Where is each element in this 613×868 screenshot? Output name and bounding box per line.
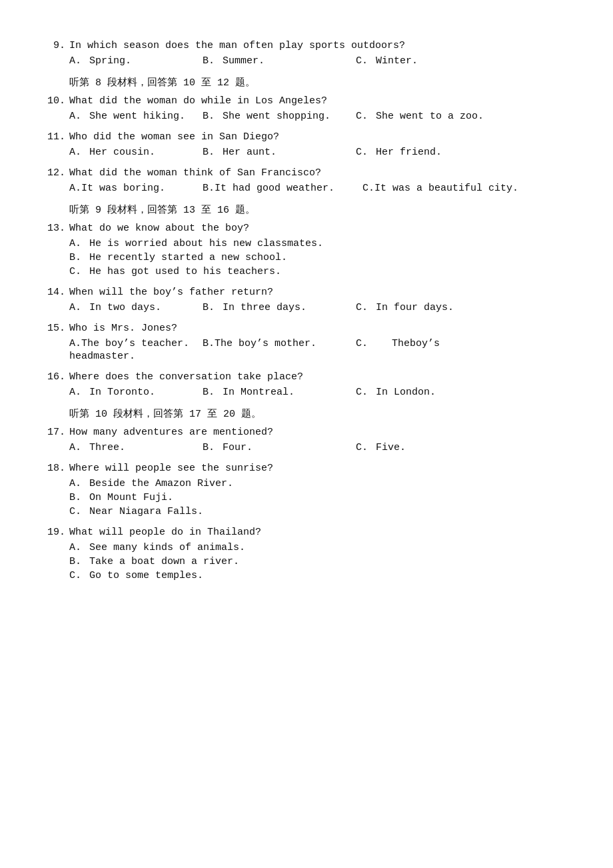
option-label: B. [69, 492, 89, 503]
options-line1: A. The boy’s teacher.B.The boy’s mother.… [69, 338, 573, 349]
option-label: B. [203, 338, 215, 349]
option-item: A. In two days. [69, 302, 203, 313]
options-row: A. She went hiking.B. She went shopping.… [47, 111, 573, 122]
question-block: 13.What do we know about the boy?A. He i… [47, 223, 573, 277]
question-line: 9.In which season does the man often pla… [47, 40, 573, 51]
question-text: Where does the conversation take place? [69, 371, 573, 383]
option-item: A. Three. [69, 442, 203, 453]
option-item: A. Spring. [69, 55, 203, 67]
option-text: It was boring. [81, 183, 165, 194]
option-text: See many kinds of animals. [89, 542, 573, 553]
option-item: C. In four days. [356, 302, 573, 313]
question-text: What did the woman do while in Los Angel… [69, 95, 573, 107]
option-text: He has got used to his teachers. [89, 266, 573, 277]
option-text: Summer. [223, 55, 265, 67]
option-text: In four days. [376, 302, 454, 313]
option-text: Beside the Amazon River. [89, 478, 573, 489]
option-text: The boy’s teacher. [81, 338, 189, 349]
option-text: It had good weather. [215, 183, 334, 194]
option-line: A. See many kinds of animals. [69, 542, 573, 553]
option-text-boys: boy’s [410, 338, 440, 349]
option-item: C. Winter. [356, 55, 573, 67]
question-line: 13.What do we know about the boy? [47, 223, 573, 234]
question-line: 18.Where will people see the sunrise? [47, 463, 573, 474]
question-text: What did the woman think of San Francisc… [69, 167, 573, 179]
option-item: A. She went hiking. [69, 111, 203, 122]
option-label: A. [69, 111, 89, 122]
question-block: 16.Where does the conversation take plac… [47, 371, 573, 398]
question-text: Who is Mrs. Jones? [69, 323, 573, 334]
question-line: 14.When will the boy’s father return? [47, 287, 573, 298]
option-text: Spring. [89, 55, 131, 67]
option-text: She went to a zoo. [376, 111, 484, 122]
question-text: In which season does the man often play … [69, 40, 573, 51]
question-block: 15.Who is Mrs. Jones?A. The boy’s teache… [47, 323, 573, 362]
option-label: C. [356, 55, 376, 67]
option-text: On Mount Fuji. [89, 492, 573, 503]
option-label: A. [69, 238, 89, 249]
question-block: 14.When will the boy’s father return?A. … [47, 287, 573, 313]
option-label: C. [356, 338, 368, 349]
question-number: 16. [47, 371, 65, 383]
options-line2: headmaster. [69, 351, 573, 362]
option-label: A. [69, 478, 89, 489]
option-label: C. [356, 302, 376, 313]
option-label: B. [203, 147, 223, 158]
option-label: B. [203, 387, 223, 398]
option-item: B. Four. [203, 442, 356, 453]
option-label: B. [203, 111, 223, 122]
option-item: B. In three days. [203, 302, 356, 313]
option-item: B. In Montreal. [203, 387, 356, 398]
option-text: In two days. [89, 302, 161, 313]
question-number: 10. [47, 95, 65, 107]
option-item: B. Summer. [203, 55, 356, 67]
option-item: B. Her aunt. [203, 147, 356, 158]
option-label: B. [69, 252, 89, 263]
option-line: B. He recently started a new school. [69, 252, 573, 263]
option-label: C. [356, 147, 376, 158]
option-label: A. [69, 387, 89, 398]
question-block: 17.How many adventures are mentioned?A. … [47, 427, 573, 453]
option-label: C. [356, 111, 376, 122]
option-text: In London. [376, 387, 436, 398]
option-line: C. Go to some temples. [69, 570, 573, 581]
option-text: Winter. [376, 55, 418, 67]
question-line: 11.Who did the woman see in San Diego? [47, 131, 573, 143]
option-item: A. Her cousin. [69, 147, 203, 158]
section-note: 听第 9 段材料，回答第 13 至 16 题。 [47, 203, 573, 216]
option-label: B. [203, 442, 223, 453]
option-text: Four. [223, 442, 253, 453]
option-item: C. Her friend. [356, 147, 573, 158]
question-line: 17.How many adventures are mentioned? [47, 427, 573, 438]
question-number: 18. [47, 463, 65, 474]
option-item: B. It had good weather. [203, 183, 362, 194]
option-text: In three days. [223, 302, 306, 313]
option-item: A. In Toronto. [69, 387, 203, 398]
option-label: C. [356, 387, 376, 398]
option-text: Five. [376, 442, 406, 453]
option-label: B. [203, 183, 215, 194]
question-text: Who did the woman see in San Diego? [69, 131, 573, 143]
option-line: C. He has got used to his teachers. [69, 266, 573, 277]
option-line: B. On Mount Fuji. [69, 492, 573, 503]
question-line: 19.What will people do in Thailand? [47, 527, 573, 538]
question-block: 19.What will people do in Thailand?A. Se… [47, 527, 573, 581]
option-label: A. [69, 302, 89, 313]
question-block: 12.What did the woman think of San Franc… [47, 167, 573, 194]
section-note: 听第 10 段材料，回答第 17 至 20 题。 [47, 407, 573, 420]
option-label: A. [69, 442, 89, 453]
option-text: Near Niagara Falls. [89, 506, 573, 517]
option-text: Take a boat down a river. [89, 556, 573, 567]
options-block: A. Beside the Amazon River.B. On Mount F… [47, 478, 573, 517]
option-label: A. [69, 55, 89, 67]
options-row: A. In two days.B. In three days.C. In fo… [47, 302, 573, 313]
options-row: A. Three.B. Four.C. Five. [47, 442, 573, 453]
question-text: Where will people see the sunrise? [69, 463, 573, 474]
question-text: How many adventures are mentioned? [69, 427, 573, 438]
option-item: C. Five. [356, 442, 573, 453]
option-line: B. Take a boat down a river. [69, 556, 573, 567]
option-item: A. The boy’s teacher. [69, 338, 203, 349]
option-label: A. [69, 542, 89, 553]
question-text: What will people do in Thailand? [69, 527, 573, 538]
question-number: 15. [47, 323, 65, 334]
